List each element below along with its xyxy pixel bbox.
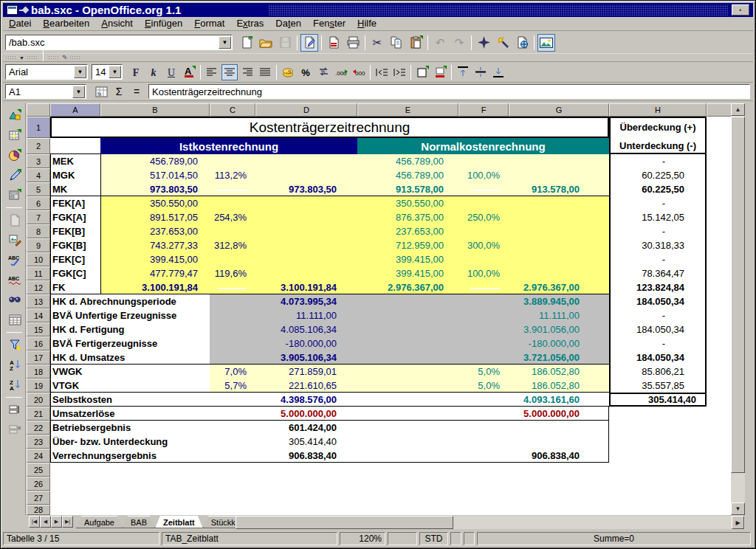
row-header-25[interactable]: 25: [27, 463, 50, 477]
cell-A6[interactable]: FEK[A]: [50, 196, 100, 210]
row-header-18[interactable]: 18: [27, 365, 50, 379]
vertical-scroll-thumb[interactable]: [731, 117, 745, 473]
cell-D13[interactable]: 4.073.995,34: [255, 294, 357, 308]
del-decimal-button[interactable]: 000: [351, 64, 367, 80]
toolbar-grip[interactable]: [27, 55, 38, 61]
cell-E11[interactable]: 399.415,00: [357, 266, 458, 280]
row-header-22[interactable]: 22: [27, 421, 50, 435]
cell-C19[interactable]: 5,7%: [210, 379, 255, 393]
cell-D18[interactable]: 271.859,01: [255, 365, 357, 379]
equals-button[interactable]: =: [128, 83, 145, 100]
cell-D14[interactable]: 11.111,00: [255, 308, 357, 322]
borders-button[interactable]: [414, 64, 430, 80]
cell-D22[interactable]: 601.424,00: [255, 421, 357, 435]
align-right-button[interactable]: [239, 64, 255, 80]
insert-button[interactable]: [6, 106, 24, 124]
cell-C4[interactable]: 113,2%: [210, 168, 255, 182]
url-combobox[interactable]: /bab.sxc ▼: [5, 35, 233, 50]
indent-inc-button[interactable]: [391, 64, 408, 80]
menu-bearbeiten[interactable]: Bearbeiten: [37, 17, 95, 30]
cell-C9[interactable]: 312,8%: [210, 238, 255, 252]
sheet-tab-zeitblatt[interactable]: Zeitblatt: [155, 516, 203, 528]
row-header-14[interactable]: 14: [27, 308, 50, 322]
tab-next-icon[interactable]: ▶: [51, 516, 62, 528]
row-header-26[interactable]: 26: [27, 477, 50, 491]
gallery-button[interactable]: [537, 34, 555, 52]
cell-H6[interactable]: -: [609, 196, 707, 210]
cell-H7[interactable]: 15.142,05: [609, 210, 707, 224]
bold-button[interactable]: F: [128, 64, 144, 80]
cell-C7[interactable]: 254,3%: [210, 210, 255, 224]
cell-H18[interactable]: 85.806,21: [609, 365, 707, 379]
cell-D19[interactable]: 221.610,65: [255, 379, 357, 393]
hyperlink-button[interactable]: [513, 34, 531, 52]
sheet-tab-aufgabe[interactable]: Aufgabe: [76, 516, 123, 528]
cell-D23[interactable]: 305.414,40: [255, 435, 357, 449]
row-header-17[interactable]: 17: [27, 351, 50, 365]
cell-A23[interactable]: Über- bzw. Unterdeckung: [50, 435, 210, 449]
menu-ansicht[interactable]: Ansicht: [95, 17, 139, 30]
percent-button[interactable]: %: [298, 64, 314, 80]
formula-input[interactable]: Kostenträgerzeitrechnung: [148, 84, 750, 99]
autopilot-button[interactable]: [494, 34, 512, 52]
cell-reference-box[interactable]: A1 ▼: [5, 84, 86, 99]
row-header-15[interactable]: 15: [27, 322, 50, 336]
row-header-19[interactable]: 19: [27, 379, 50, 393]
cell-G20[interactable]: 4.093.161,60: [509, 393, 609, 407]
insert-chart-button[interactable]: [6, 146, 24, 164]
cell-A5[interactable]: MK: [50, 182, 100, 196]
cell-D12[interactable]: 3.100.191,84: [255, 280, 357, 294]
indent-dec-button[interactable]: [374, 64, 390, 80]
pen-icon[interactable]: ✎: [62, 54, 68, 61]
cell-B5[interactable]: 973.803,50: [100, 182, 210, 196]
cell-A21[interactable]: Umsatzerlöse: [50, 407, 210, 421]
cell-A22[interactable]: Betriebsergebnis: [50, 421, 210, 435]
sum-button[interactable]: Σ: [111, 83, 127, 100]
row-header-20[interactable]: 20: [27, 393, 50, 407]
cell-E3[interactable]: 456.789,00: [357, 154, 458, 168]
row-header-3[interactable]: 3: [27, 154, 50, 168]
font-size-combobox[interactable]: 14 ▼: [92, 64, 123, 80]
cell-G24[interactable]: 906.838,40: [509, 449, 609, 463]
cell-grid[interactable]: IstkostenrechnungNormalkostenrechnungKos…: [50, 117, 732, 515]
cell-E7[interactable]: 876.375,00: [357, 210, 458, 224]
align-left-button[interactable]: [204, 64, 220, 80]
font-name-combobox[interactable]: Arial ▼: [5, 64, 88, 80]
menu-einfgen[interactable]: Einfügen: [139, 17, 188, 30]
menu-datei[interactable]: Datei: [3, 17, 37, 30]
copy-button[interactable]: [388, 34, 405, 52]
cell-F4[interactable]: 100,0%: [458, 168, 509, 182]
row-header-11[interactable]: 11: [27, 266, 50, 280]
cell-A3[interactable]: MEK: [50, 154, 100, 168]
cell-C18[interactable]: 7,0%: [210, 365, 255, 379]
cell-C11[interactable]: 119,6%: [210, 266, 255, 280]
cut-button[interactable]: ✂: [368, 34, 386, 52]
row-header-10[interactable]: 10: [27, 252, 50, 266]
row-header-6[interactable]: 6: [27, 196, 50, 210]
chevron-down-icon[interactable]: ▼: [72, 86, 85, 98]
align-bottom-button[interactable]: [490, 64, 506, 80]
cell-H14[interactable]: -: [609, 308, 707, 322]
row-header-21[interactable]: 21: [27, 407, 50, 421]
underline-button[interactable]: U: [163, 64, 179, 80]
align-vcenter-button[interactable]: [472, 64, 489, 80]
cell-F9[interactable]: 300,0%: [458, 238, 509, 252]
cell-D20[interactable]: 4.398.576,00: [255, 393, 357, 407]
cell-G15[interactable]: 3.901.056,00: [509, 322, 609, 336]
window-menu-button[interactable]: ▪: [732, 4, 749, 15]
horizontal-scroll-thumb[interactable]: [236, 516, 453, 529]
menu-format[interactable]: Format: [188, 17, 230, 30]
insert-cells-button[interactable]: [6, 126, 24, 144]
cell-B10[interactable]: 399.415,00: [100, 252, 210, 266]
cell-G14[interactable]: 11.111,00: [509, 308, 609, 322]
cell-B6[interactable]: 350.550,00: [100, 196, 210, 210]
select-all-corner[interactable]: [27, 103, 50, 117]
cell-D16[interactable]: -180.000,00: [255, 336, 357, 351]
datasources-button[interactable]: [6, 311, 24, 328]
align-center-button[interactable]: [221, 64, 238, 80]
cell-D17[interactable]: 3.905.106,34: [255, 351, 357, 365]
cell-H17[interactable]: 184.050,34: [609, 351, 707, 365]
cell-A20[interactable]: Selbstkosten: [50, 393, 210, 407]
row-header-13[interactable]: 13: [27, 294, 50, 308]
row-header-5[interactable]: 5: [27, 182, 50, 196]
